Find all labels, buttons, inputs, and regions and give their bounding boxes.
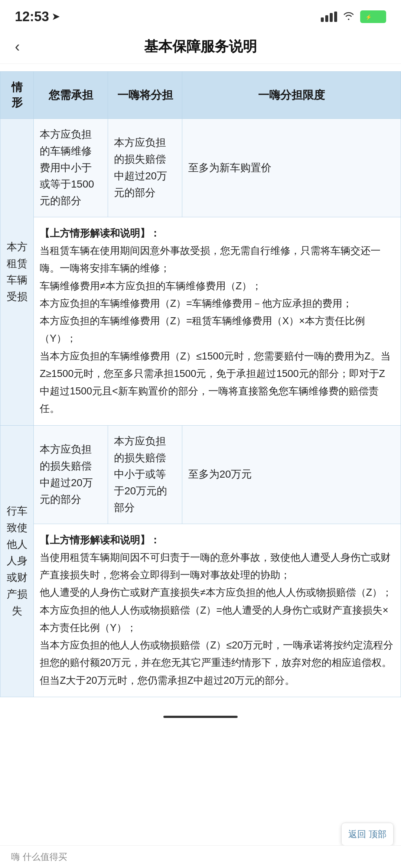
cell-third-you-bear: 本方应负担的损失赔偿中超过20万元的部分 [34,425,108,524]
cell-third-limit: 至多为20万元 [182,425,401,524]
cell-vehicle-you-bear: 本方应负担的车辆维修费用中小于或等于1500元的部分 [34,119,108,217]
row-header-vehicle-damage: 本方租赁车辆受损 [0,119,34,426]
table-row-explanation-2: 【上方情形解读和说明】： 当使用租赁车辆期间因不可归责于一嗨的意外事故，致使他人… [0,524,401,697]
svg-rect-1 [380,15,382,18]
table-row: 本方租赁车辆受损 本方应负担的车辆维修费用中小于或等于1500元的部分 本方应负… [0,119,401,217]
back-button[interactable]: ‹ [15,38,20,55]
navigation-icon: ➤ [52,12,59,22]
nav-header: ‹ 基本保障服务说明 [0,30,401,64]
table-row-explanation: 【上方情形解读和说明】： 当租赁车辆在使用期间因意外事故受损，您无需自行维修，只… [0,217,401,425]
table-row: 行车致使他人人身或财产损失 本方应负担的损失赔偿中超过20万元的部分 本方应负担… [0,425,401,524]
svg-text:⚡: ⚡ [365,14,372,20]
battery-icon: ⚡ [360,10,386,23]
back-to-top-button[interactable]: 返回 顶部 [341,823,394,846]
main-table-container: 情形 您需承担 一嗨将分担 一嗨分担限度 本方租赁车辆受损 本方应负担的车辆维修… [0,71,401,697]
cell-vehicle-limit: 至多为新车购置价 [182,119,401,217]
bottom-brand-text: 嗨 什么值得买 [11,852,67,862]
scroll-indicator [163,716,238,718]
col-header-limit: 一嗨分担限度 [182,72,401,119]
page-title: 基本保障服务说明 [144,37,257,56]
status-time: 12:53 ➤ [15,9,59,25]
bottom-bar: 嗨 什么值得买 [0,845,401,868]
status-icons: ⚡ [321,10,386,23]
vehicle-explanation-title: 【上方情形解读和说明】： [40,228,160,239]
signal-icon [321,12,337,22]
third-party-explanation-title: 【上方情形解读和说明】： [40,534,160,546]
col-header-situation: 情形 [0,72,34,119]
third-party-explanation-cell: 【上方情形解读和说明】： 当使用租赁车辆期间因不可归责于一嗨的意外事故，致使他人… [34,524,401,697]
vehicle-explanation-cell: 【上方情形解读和说明】： 当租赁车辆在使用期间因意外事故受损，您无需自行维修，只… [34,217,401,425]
status-bar: 12:53 ➤ ⚡ [0,0,401,30]
cell-vehicle-yihai-share: 本方应负担的损失赔偿中超过20万元的部分 [108,119,182,217]
row-header-third-party: 行车致使他人人身或财产损失 [0,425,34,697]
wifi-icon [343,11,354,23]
cell-third-yihai-share: 本方应负担的损失赔偿中小于或等于20万元的部分 [108,425,182,524]
col-header-yihai-share: 一嗨将分担 [108,72,182,119]
col-header-you-bear: 您需承担 [34,72,108,119]
service-table: 情形 您需承担 一嗨将分担 一嗨分担限度 本方租赁车辆受损 本方应负担的车辆维修… [0,71,401,697]
time-display: 12:53 [15,9,49,25]
